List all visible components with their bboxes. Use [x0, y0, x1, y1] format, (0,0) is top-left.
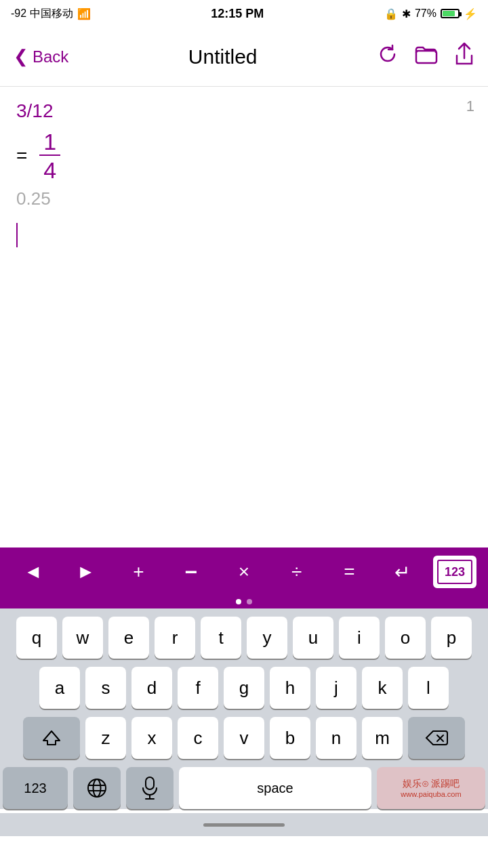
page-number: 1 [466, 98, 474, 115]
dot-2 [247, 599, 252, 604]
back-button[interactable]: ❮ Back [14, 46, 68, 67]
decimal-result: 0.25 [16, 188, 472, 209]
battery-icon [441, 9, 460, 18]
key-d[interactable]: d [131, 667, 172, 709]
keyboard-row-1: q w e r t y u i o p [3, 617, 485, 659]
math-result: = 1 4 [16, 130, 472, 182]
key-globe[interactable] [73, 767, 121, 809]
svg-rect-8 [146, 777, 154, 789]
plus-icon: + [133, 561, 144, 583]
key-p[interactable]: p [431, 617, 472, 659]
signal-text: -92 中国移动 [11, 7, 73, 21]
refresh-icon[interactable] [377, 43, 399, 70]
key-z[interactable]: z [85, 717, 126, 759]
keyboard-toolbar: ◄ ► + − × ÷ = ↵ 123 [0, 547, 488, 596]
key-j[interactable]: j [316, 667, 357, 709]
key-r[interactable]: r [155, 617, 195, 659]
svg-rect-0 [416, 51, 436, 63]
key-o[interactable]: o [385, 617, 426, 659]
dot-1 [236, 599, 241, 604]
status-right: 🔒 ✱ 77% ⚡ [384, 7, 477, 20]
keyboard: q w e r t y u i o p a s d f g h j k l z … [0, 608, 488, 809]
key-g[interactable]: g [224, 667, 264, 709]
watermark-button: 娱乐⊙ 派踢吧 www.paiquba.com [377, 767, 485, 809]
fraction-denominator: 4 [39, 157, 60, 182]
bottom-bar [0, 813, 488, 836]
share-icon[interactable] [454, 42, 474, 71]
cursor-line[interactable] [16, 223, 472, 250]
toolbar-left-arrow[interactable]: ◄ [12, 554, 55, 590]
times-icon: × [239, 561, 249, 583]
toolbar-right-arrow[interactable]: ► [64, 554, 108, 590]
key-l[interactable]: l [408, 667, 449, 709]
key-shift[interactable] [23, 717, 80, 759]
key-w[interactable]: w [62, 617, 103, 659]
key-space[interactable]: space [179, 767, 371, 809]
key-t[interactable]: t [201, 617, 241, 659]
toolbar-minus[interactable]: − [169, 554, 213, 590]
key-b[interactable]: b [270, 717, 310, 759]
keyboard-row-3: z x c v b n m [3, 717, 485, 759]
watermark-url: www.paiquba.com [401, 790, 461, 798]
home-indicator [203, 823, 285, 827]
key-y[interactable]: y [247, 617, 287, 659]
key-f[interactable]: f [178, 667, 218, 709]
fraction-numerator: 1 [39, 130, 60, 156]
key-delete[interactable] [408, 717, 465, 759]
keyboard-row-4: 123 space 娱乐⊙ 派踢吧 www.paiquba.com [3, 767, 485, 809]
text-cursor [16, 223, 18, 247]
key-c[interactable]: c [178, 717, 218, 759]
key-v[interactable]: v [224, 717, 264, 759]
toolbar-equals[interactable]: = [327, 554, 371, 590]
key-n[interactable]: n [316, 717, 357, 759]
key-microphone[interactable] [126, 767, 174, 809]
math-input: 3/12 [16, 100, 472, 122]
key-u[interactable]: u [293, 617, 333, 659]
svg-point-5 [94, 779, 101, 797]
status-time: 12:15 PM [211, 7, 264, 21]
content-area: 1 3/12 = 1 4 0.25 [0, 87, 488, 547]
toolbar-enter[interactable]: ↵ [380, 554, 424, 590]
status-bar: -92 中国移动 📶 12:15 PM 🔒 ✱ 77% ⚡ [0, 0, 488, 27]
key-m[interactable]: m [362, 717, 403, 759]
back-label: Back [33, 47, 68, 66]
key-k[interactable]: k [362, 667, 403, 709]
toolbar-numpad-button[interactable]: 123 [433, 556, 476, 588]
watermark-text-1: 娱乐⊙ 派踢吧 [403, 778, 460, 790]
folder-icon[interactable] [415, 44, 438, 69]
toolbar-divide[interactable]: ÷ [275, 554, 319, 590]
toolbar-dots [0, 596, 488, 608]
key-x[interactable]: x [131, 717, 172, 759]
lock-icon: 🔒 [384, 7, 398, 20]
equals-icon: = [344, 561, 354, 583]
fraction: 1 4 [39, 130, 60, 182]
key-e[interactable]: e [108, 617, 149, 659]
enter-icon: ↵ [394, 561, 410, 583]
toolbar-plus[interactable]: + [117, 554, 160, 590]
key-q[interactable]: q [16, 617, 57, 659]
numpad-label: 123 [437, 560, 472, 584]
left-arrow-icon: ◄ [24, 561, 43, 583]
key-s[interactable]: s [85, 667, 126, 709]
svg-marker-1 [43, 731, 60, 745]
battery-percent: 77% [415, 7, 436, 20]
bluetooth-icon: ✱ [402, 7, 411, 20]
divide-icon: ÷ [291, 561, 302, 583]
page-title: Untitled [188, 45, 258, 68]
right-arrow-icon: ► [77, 561, 96, 583]
nav-bar: ❮ Back Untitled [0, 27, 488, 87]
chevron-left-icon: ❮ [14, 46, 28, 67]
svg-point-4 [88, 779, 106, 797]
key-a[interactable]: a [39, 667, 80, 709]
key-h[interactable]: h [270, 667, 310, 709]
key-num-toggle[interactable]: 123 [3, 767, 68, 809]
status-left: -92 中国移动 📶 [11, 7, 91, 21]
keyboard-row-2: a s d f g h j k l [3, 667, 485, 709]
charging-icon: ⚡ [464, 7, 477, 20]
minus-icon: − [185, 560, 198, 585]
wifi-icon: 📶 [77, 7, 91, 20]
toolbar-times[interactable]: × [222, 554, 266, 590]
key-i[interactable]: i [339, 617, 380, 659]
nav-icons [377, 42, 474, 71]
equals-sign: = [16, 145, 27, 167]
